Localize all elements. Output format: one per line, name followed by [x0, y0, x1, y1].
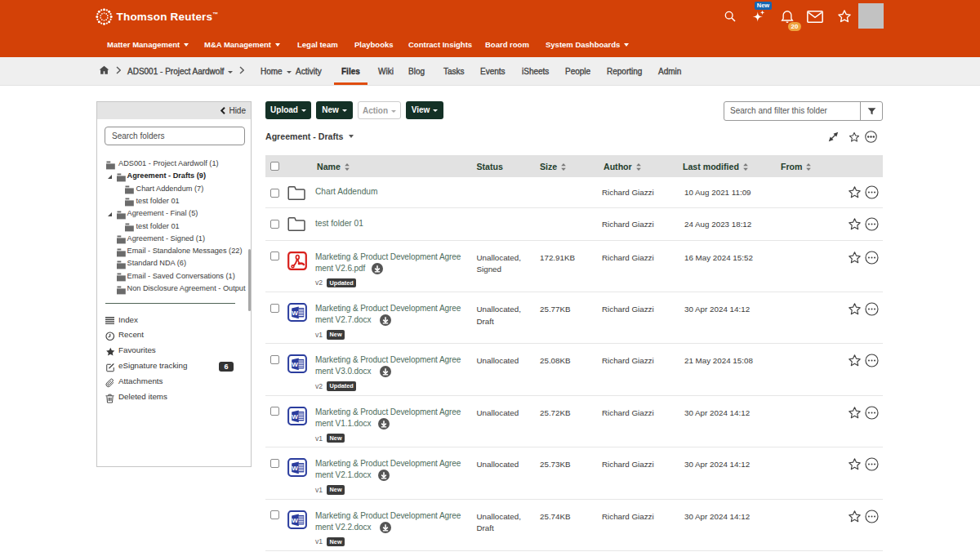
- svg-text:W: W: [292, 413, 298, 421]
- svg-text:W: W: [292, 361, 298, 368]
- svg-text:W: W: [292, 516, 298, 523]
- svg-text:W: W: [292, 309, 298, 317]
- svg-text:W: W: [292, 465, 298, 472]
